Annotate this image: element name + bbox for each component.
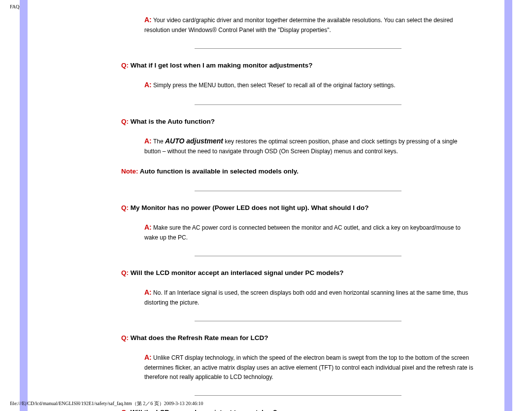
answer-letter: A: <box>144 288 152 296</box>
answer-text: Make sure the AC power cord is connected… <box>144 224 461 241</box>
note-line: Note: Auto function is available in sele… <box>121 167 475 177</box>
divider <box>195 191 401 191</box>
answer-letter: A: <box>144 223 152 231</box>
question-text: What does the Refresh Rate mean for LCD? <box>129 334 268 342</box>
answer-block: A: The AUTO adjustment key restores the … <box>121 136 475 156</box>
question-text: What is the Auto function? <box>129 118 215 125</box>
divider <box>195 321 401 321</box>
answer-letter: A: <box>144 353 152 361</box>
answer-block: A: No. If an Interlace signal is used, t… <box>121 287 475 307</box>
divider <box>195 104 401 105</box>
answer-block: A: Simply press the MENU button, then se… <box>121 80 475 91</box>
question-line: Q: Will the LCD monitor accept an interl… <box>121 268 475 278</box>
answer-text: Your video card/graphic driver and monit… <box>144 17 453 34</box>
question-letter: Q: <box>121 409 129 411</box>
question-text: Will the LCD screen be resistant to scra… <box>129 409 277 411</box>
question-letter: Q: <box>121 269 129 276</box>
answer-letter: A: <box>144 16 152 24</box>
answer-block: A: Make sure the AC power cord is connec… <box>121 222 475 242</box>
divider <box>195 48 401 49</box>
answer-block: A: Your video card/graphic driver and mo… <box>121 15 475 34</box>
answer-letter: A: <box>144 137 152 145</box>
answer-letter: A: <box>144 81 152 89</box>
question-letter: Q: <box>121 334 129 342</box>
answer-text: Unlike CRT display technology, in which … <box>144 354 473 380</box>
answer-block: A: Unlike CRT display technology, in whi… <box>121 352 475 381</box>
question-text: Will the LCD monitor accept an interlace… <box>129 269 343 276</box>
faq-content: A: Your video card/graphic driver and mo… <box>121 0 475 411</box>
question-letter: Q: <box>121 118 129 125</box>
divider <box>195 256 401 256</box>
question-letter: Q: <box>121 204 129 211</box>
document-page: A: Your video card/graphic driver and mo… <box>20 0 512 411</box>
answer-text: Simply press the MENU button, then selec… <box>152 82 396 89</box>
question-letter: Q: <box>121 62 129 69</box>
answer-text-pre: The <box>152 138 165 145</box>
question-text: What if I get lost when I am making moni… <box>129 62 313 69</box>
question-line: Q: Will the LCD screen be resistant to s… <box>121 408 475 411</box>
answer-text: No. If an Interlace signal is used, the … <box>144 289 468 306</box>
page-footer-path: file:///E|/CD/lcd/manual/ENGLISH/192E1/s… <box>10 400 203 407</box>
question-line: Q: What does the Refresh Rate mean for L… <box>121 333 475 343</box>
note-text: Auto function is available in selected m… <box>138 168 299 175</box>
question-text: My Monitor has no power (Power LED does … <box>129 204 368 211</box>
question-line: Q: What if I get lost when I am making m… <box>121 61 475 71</box>
note-label: Note: <box>121 168 138 175</box>
divider <box>195 395 401 396</box>
question-line: Q: My Monitor has no power (Power LED do… <box>121 203 475 213</box>
question-line: Q: What is the Auto function? <box>121 117 475 127</box>
answer-emphasis: AUTO adjustment <box>165 137 223 145</box>
